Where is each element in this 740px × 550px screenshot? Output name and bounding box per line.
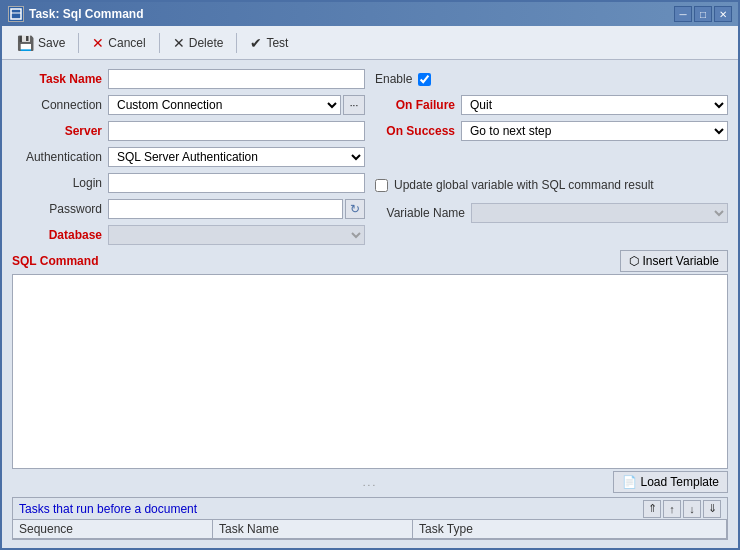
variable-name-select[interactable] xyxy=(471,203,728,223)
connection-label: Connection xyxy=(12,98,102,112)
delete-button[interactable]: ✕ Delete xyxy=(164,30,233,56)
enable-checkbox[interactable] xyxy=(418,73,431,86)
login-label: Login xyxy=(12,176,102,190)
password-input[interactable] xyxy=(108,199,343,219)
form-right: Enable On Failure Quit Continue Go to ne… xyxy=(375,68,728,246)
sql-command-label: SQL Command xyxy=(12,254,98,268)
main-window: Task: Sql Command ─ □ ✕ 💾 Save ✕ Cancel … xyxy=(0,0,740,550)
load-template-icon: 📄 xyxy=(622,475,637,489)
load-template-wrapper: 📄 Load Template xyxy=(489,471,728,493)
variable-name-row: Variable Name xyxy=(375,202,728,224)
insert-variable-button[interactable]: ⬡ Insert Variable xyxy=(620,250,728,272)
password-row: Password ↻ xyxy=(12,198,365,220)
cancel-label: Cancel xyxy=(108,36,145,50)
move-down-button[interactable]: ↓ xyxy=(683,500,701,518)
authentication-select[interactable]: SQL Server Authentication Windows Authen… xyxy=(108,147,365,167)
content-area: Task Name Connection Custom Connection ·… xyxy=(2,60,738,548)
sql-section: SQL Command ⬡ Insert Variable ... 📄 Load… xyxy=(12,250,728,493)
on-success-label: On Success xyxy=(375,124,455,138)
update-global-label: Update global variable with SQL command … xyxy=(394,178,654,192)
connection-wrapper: Custom Connection ··· xyxy=(108,95,365,115)
authentication-label: Authentication xyxy=(12,150,102,164)
sql-header: SQL Command ⬡ Insert Variable xyxy=(12,250,728,272)
tasks-title: Tasks that run before a document xyxy=(19,502,197,516)
maximize-button[interactable]: □ xyxy=(694,6,712,22)
test-icon: ✔ xyxy=(250,35,262,51)
insert-variable-icon: ⬡ xyxy=(629,254,639,268)
minimize-button[interactable]: ─ xyxy=(674,6,692,22)
delete-label: Delete xyxy=(189,36,224,50)
move-top-button[interactable]: ⇑ xyxy=(643,500,661,518)
server-input[interactable] xyxy=(108,121,365,141)
variable-name-label: Variable Name xyxy=(375,206,465,220)
variable-name-wrapper xyxy=(471,203,728,223)
col-task-type-header: Task Type xyxy=(413,520,727,538)
enable-row: Enable xyxy=(375,68,728,90)
on-success-select[interactable]: Go to next step Quit Continue xyxy=(461,121,728,141)
task-name-row: Task Name xyxy=(12,68,365,90)
tasks-table: Sequence Task Name Task Type xyxy=(13,520,727,539)
test-label: Test xyxy=(266,36,288,50)
separator-1 xyxy=(78,33,79,53)
server-label: Server xyxy=(12,124,102,138)
title-bar: Task: Sql Command ─ □ ✕ xyxy=(2,2,738,26)
password-label: Password xyxy=(12,202,102,216)
load-template-label: Load Template xyxy=(641,475,720,489)
database-select[interactable] xyxy=(108,225,365,245)
update-global-row: Update global variable with SQL command … xyxy=(375,174,728,196)
on-failure-label: On Failure xyxy=(375,98,455,112)
login-input[interactable] xyxy=(108,173,365,193)
connection-browse-button[interactable]: ··· xyxy=(343,95,365,115)
tasks-section: Tasks that run before a document ⇑ ↑ ↓ ⇓… xyxy=(12,497,728,540)
separator-3 xyxy=(236,33,237,53)
drag-handle: ... xyxy=(251,477,490,488)
form-left: Task Name Connection Custom Connection ·… xyxy=(12,68,365,246)
on-success-row: On Success Go to next step Quit Continue xyxy=(375,120,728,142)
connection-select[interactable]: Custom Connection xyxy=(108,95,341,115)
window-controls: ─ □ ✕ xyxy=(674,6,732,22)
task-name-label: Task Name xyxy=(12,72,102,86)
move-up-button[interactable]: ↑ xyxy=(663,500,681,518)
database-label: Database xyxy=(12,228,102,242)
server-row: Server xyxy=(12,120,365,142)
separator-2 xyxy=(159,33,160,53)
form-area: Task Name Connection Custom Connection ·… xyxy=(12,68,728,246)
tasks-controls: ⇑ ↑ ↓ ⇓ xyxy=(643,500,721,518)
authentication-row: Authentication SQL Server Authentication… xyxy=(12,146,365,168)
password-wrapper: ↻ xyxy=(108,199,365,219)
spacer-row xyxy=(375,146,728,168)
move-bottom-button[interactable]: ⇓ xyxy=(703,500,721,518)
title-bar-left: Task: Sql Command xyxy=(8,6,143,22)
database-row: Database xyxy=(12,224,365,246)
window-title: Task: Sql Command xyxy=(29,7,143,21)
on-failure-select[interactable]: Quit Continue Go to next step xyxy=(461,95,728,115)
tasks-header: Tasks that run before a document ⇑ ↑ ↓ ⇓ xyxy=(13,498,727,520)
delete-icon: ✕ xyxy=(173,35,185,51)
cancel-button[interactable]: ✕ Cancel xyxy=(83,30,154,56)
window-icon xyxy=(8,6,24,22)
col-sequence-header: Sequence xyxy=(13,520,213,538)
task-name-input[interactable] xyxy=(108,69,365,89)
save-label: Save xyxy=(38,36,65,50)
on-failure-row: On Failure Quit Continue Go to next step xyxy=(375,94,728,116)
enable-wrapper: Enable xyxy=(375,72,431,86)
tasks-table-header: Sequence Task Name Task Type xyxy=(13,520,727,539)
sql-command-textarea[interactable] xyxy=(12,274,728,469)
insert-variable-label: Insert Variable xyxy=(643,254,719,268)
password-refresh-button[interactable]: ↻ xyxy=(345,199,365,219)
save-icon: 💾 xyxy=(17,35,34,51)
cancel-icon: ✕ xyxy=(92,35,104,51)
login-row: Login xyxy=(12,172,365,194)
sql-footer: ... 📄 Load Template xyxy=(12,471,728,493)
enable-label: Enable xyxy=(375,72,412,86)
toolbar: 💾 Save ✕ Cancel ✕ Delete ✔ Test xyxy=(2,26,738,60)
update-global-checkbox[interactable] xyxy=(375,179,388,192)
connection-row: Connection Custom Connection ··· xyxy=(12,94,365,116)
test-button[interactable]: ✔ Test xyxy=(241,30,297,56)
svg-rect-0 xyxy=(11,9,21,19)
col-task-name-header: Task Name xyxy=(213,520,413,538)
close-button[interactable]: ✕ xyxy=(714,6,732,22)
save-button[interactable]: 💾 Save xyxy=(8,30,74,56)
load-template-button[interactable]: 📄 Load Template xyxy=(613,471,729,493)
